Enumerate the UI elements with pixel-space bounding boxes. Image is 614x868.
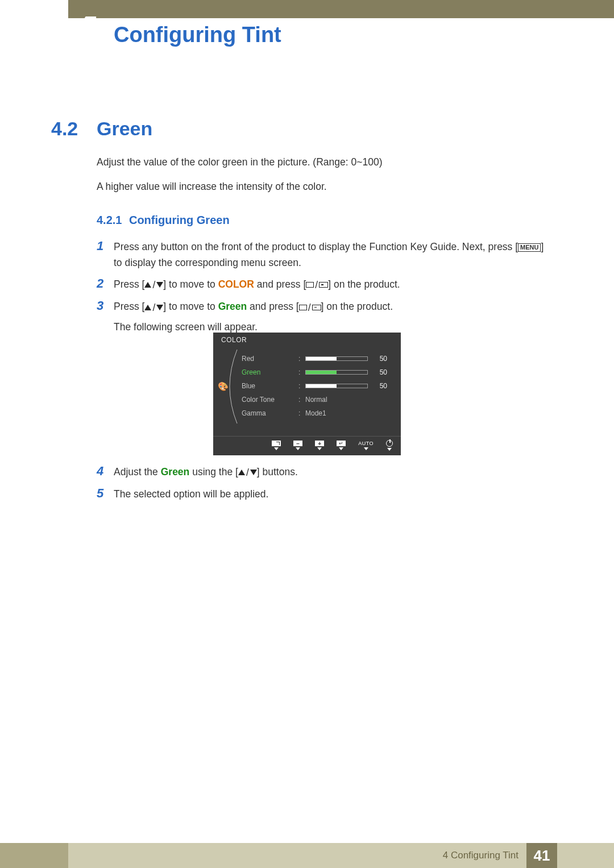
- osd-slider: [305, 356, 368, 361]
- power-icon: [386, 440, 393, 447]
- step-text: Adjust the Green using the [/] buttons.: [114, 464, 298, 480]
- osd-body: 🎨 Red : 50 Green : 50 Blue : 50 Color To…: [213, 350, 401, 436]
- step-4: 4 Adjust the Green using the [/] buttons…: [97, 464, 551, 480]
- osd-colon: :: [298, 355, 305, 363]
- osd-row-gamma: Gamma : Mode1: [242, 406, 394, 420]
- triangle-down-icon: [339, 447, 343, 450]
- osd-colon: :: [298, 409, 305, 417]
- minus-icon: −: [293, 441, 302, 446]
- triangle-down-icon: [317, 447, 322, 450]
- enter-icon: [312, 305, 321, 310]
- osd-label-active: Green: [242, 368, 298, 376]
- osd-colon: :: [298, 368, 305, 376]
- step-3: 3 Press [/] to move to Green and press […: [97, 298, 551, 334]
- osd-footer-icon: +: [315, 441, 324, 450]
- triangle-up-icon: [144, 282, 151, 288]
- triangle-down-icon: [387, 448, 392, 451]
- enter-icon: ↵: [337, 441, 346, 446]
- osd-title: COLOR: [213, 333, 401, 350]
- osd-value: 50: [368, 382, 387, 390]
- text-fragment: Adjust the: [114, 466, 161, 477]
- triangle-up-icon: [238, 470, 245, 475]
- text-fragment: Press [: [114, 301, 144, 312]
- up-down-icons: /: [144, 277, 163, 293]
- intro-paragraph-1: Adjust the value of the color green in t…: [97, 156, 382, 168]
- step-text: Press [/] to move to COLOR and press [/]…: [114, 276, 400, 293]
- text-fragment: ] to move to: [163, 301, 218, 312]
- footer-left-block: [0, 843, 68, 868]
- auto-label: AUTO: [358, 441, 374, 446]
- triangle-down-icon: [156, 305, 163, 310]
- text-fragment: ] to move to: [163, 279, 218, 290]
- step-text: Press any button on the front of the pro…: [114, 239, 551, 271]
- osd-menu: COLOR 🎨 Red : 50 Green : 50 Blue : 50 Co…: [213, 333, 401, 455]
- osd-footer-icon: −: [293, 441, 302, 450]
- text-fragment: Press [: [114, 279, 144, 290]
- step-text: Press [/] to move to Green and press [/]…: [114, 298, 393, 334]
- osd-row-blue: Blue : 50: [242, 379, 394, 393]
- text-fragment: ] buttons.: [257, 466, 298, 477]
- footer-bar: 4 Configuring Tint 41: [0, 843, 614, 868]
- osd-value-text: Normal: [305, 396, 327, 404]
- up-down-icons: /: [144, 300, 163, 315]
- osd-footer-icon: AUTO: [358, 441, 374, 450]
- text-fragment: Press any button on the front of the pro…: [114, 241, 518, 252]
- step-5: 5 The selected option will be applied.: [97, 486, 551, 502]
- text-fragment: and press [: [247, 301, 298, 312]
- palette-icon: 🎨: [218, 381, 229, 392]
- osd-label: Blue: [242, 382, 298, 390]
- menu-badge: MENU: [518, 243, 541, 252]
- osd-row-colortone: Color Tone : Normal: [242, 393, 394, 406]
- plus-icon: +: [315, 441, 324, 446]
- osd-value: 50: [368, 355, 387, 363]
- step-2: 2 Press [/] to move to COLOR and press […: [97, 276, 551, 293]
- up-down-icons: /: [238, 464, 257, 480]
- steps-list-continued: 4 Adjust the Green using the [/] buttons…: [97, 464, 551, 508]
- osd-footer-icons: − + ↵ AUTO: [213, 436, 401, 455]
- step-number: 1: [97, 239, 114, 254]
- section-title: Green: [97, 118, 152, 140]
- intro-paragraph-2: A higher value will increase the intensi…: [97, 181, 327, 193]
- highlight-green: Green: [161, 466, 190, 477]
- source-enter-icons: /: [306, 277, 328, 293]
- footer-page-number: 41: [526, 843, 557, 868]
- osd-colon: :: [298, 382, 305, 390]
- osd-footer-icon: [386, 440, 393, 451]
- osd-row-green: Green : 50: [242, 366, 394, 379]
- highlight-green: Green: [218, 301, 247, 312]
- source-enter-icons: /: [299, 300, 321, 315]
- return-icon: [272, 441, 281, 446]
- page-title: Configuring Tint: [114, 23, 281, 47]
- step-number: 5: [97, 486, 114, 501]
- step-number: 2: [97, 276, 114, 291]
- footer-chapter-label: 4 Configuring Tint: [443, 850, 518, 861]
- highlight-color: COLOR: [218, 279, 254, 290]
- text-fragment: ] on the product.: [321, 301, 393, 312]
- triangle-down-icon: [156, 282, 163, 288]
- step-number: 3: [97, 298, 114, 313]
- section-number: 4.2: [51, 118, 78, 140]
- osd-value-text: Mode1: [305, 409, 326, 417]
- text-fragment: and press [: [254, 279, 306, 290]
- text-fragment: using the [: [189, 466, 238, 477]
- triangle-down-icon: [364, 447, 368, 450]
- osd-colon: :: [298, 396, 305, 404]
- subsection-number: 4.2.1: [97, 214, 122, 226]
- osd-footer-icon: [272, 441, 281, 450]
- source-icon: [299, 305, 307, 310]
- step-text: The selected option will be applied.: [114, 486, 268, 502]
- osd-value: 50: [368, 368, 387, 376]
- subsection-title: Configuring Green: [129, 214, 230, 226]
- osd-slider: [305, 370, 368, 375]
- triangle-down-icon: [250, 470, 257, 475]
- text-fragment: ] on the product.: [328, 279, 400, 290]
- step-number: 4: [97, 464, 114, 479]
- header-left-block: [0, 0, 68, 18]
- triangle-down-icon: [274, 447, 279, 450]
- subsection-heading: 4.2.1 Configuring Green: [97, 214, 230, 227]
- osd-label: Color Tone: [242, 396, 298, 404]
- triangle-up-icon: [144, 305, 151, 310]
- triangle-down-icon: [296, 447, 300, 450]
- osd-slider: [305, 384, 368, 388]
- step-1: 1 Press any button on the front of the p…: [97, 239, 551, 271]
